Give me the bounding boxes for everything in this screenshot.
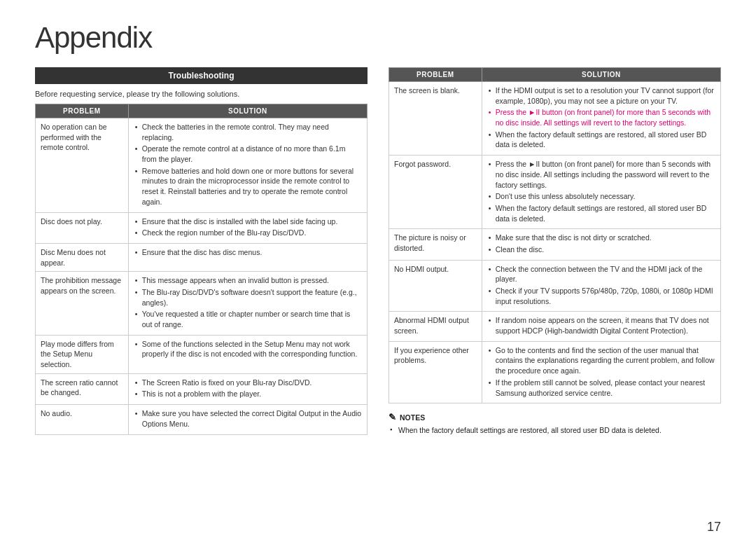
solution-cell: This message appears when an invalid but… bbox=[128, 272, 367, 335]
problem-cell: The picture is noisy or distorted. bbox=[389, 229, 482, 260]
problem-cell: No HDMI output. bbox=[389, 260, 482, 312]
solution-cell: The Screen Ratio is fixed on your Blu-ra… bbox=[128, 373, 367, 404]
problem-cell: Disc does not play. bbox=[36, 212, 129, 243]
problem-cell: If you experience other problems. bbox=[389, 341, 482, 403]
table-row: No audio.Make sure you have selected the… bbox=[36, 405, 368, 434]
list-item: Operate the remote control at a distance… bbox=[134, 144, 362, 164]
notes-section: ✎ NOTES When the factory default setting… bbox=[388, 412, 721, 436]
notes-icon: ✎ bbox=[388, 412, 396, 422]
list-item: If the problem still cannot be solved, p… bbox=[487, 378, 715, 398]
intro-text: Before requesting service, please try th… bbox=[35, 90, 368, 98]
problem-cell: Play mode differs from the Setup Menu se… bbox=[36, 335, 129, 373]
list-item: Ensure that the disc is installed with t… bbox=[134, 216, 362, 227]
list-item: Make sure you have selected the correct … bbox=[134, 408, 362, 429]
problem-cell: No audio. bbox=[36, 405, 129, 434]
problem-cell: Disc Menu does not appear. bbox=[36, 243, 129, 271]
list-item: When the factory default settings are re… bbox=[487, 203, 715, 223]
notes-title: ✎ NOTES bbox=[388, 412, 721, 422]
table-row: Forgot password.Press the ►II button (on… bbox=[389, 156, 721, 229]
table-row: The picture is noisy or distorted.Make s… bbox=[389, 229, 721, 260]
list-item: This is not a problem with the player. bbox=[134, 389, 362, 399]
left-problem-header: PROBLEM bbox=[36, 104, 129, 118]
list-item: This message appears when an invalid but… bbox=[134, 275, 362, 286]
solution-cell: Check the batteries in the remote contro… bbox=[128, 118, 367, 213]
table-row: The screen is blank.If the HDMI output i… bbox=[389, 82, 721, 156]
list-item: Clean the disc. bbox=[487, 244, 715, 255]
list-item: Press the ►II button (on front panel) fo… bbox=[487, 107, 715, 127]
table-row: If you experience other problems.Go to t… bbox=[389, 341, 721, 403]
list-item: Check the connection between the TV and … bbox=[487, 264, 715, 284]
right-table: PROBLEM SOLUTION The screen is blank.If … bbox=[388, 67, 721, 403]
notes-label: NOTES bbox=[400, 413, 425, 422]
list-item: Make sure that the disc is not dirty or … bbox=[487, 233, 715, 243]
list-item: The Screen Ratio is fixed on your Blu-ra… bbox=[134, 378, 362, 388]
solution-cell: Some of the functions selected in the Se… bbox=[128, 335, 367, 373]
list-item: Don't use this unless absolutely necessa… bbox=[487, 191, 715, 202]
list-item: When the factory default settings are re… bbox=[388, 425, 721, 436]
left-table: PROBLEM SOLUTION No operation can be per… bbox=[35, 104, 368, 435]
solution-cell: Ensure that the disc has disc menus. bbox=[128, 243, 367, 271]
solution-cell: Make sure that the disc is not dirty or … bbox=[482, 229, 720, 260]
problem-cell: Forgot password. bbox=[389, 156, 482, 229]
list-item: When the factory default settings are re… bbox=[487, 130, 715, 150]
problem-cell: The screen is blank. bbox=[389, 82, 482, 156]
problem-cell: Abnormal HDMI output screen. bbox=[389, 312, 482, 341]
left-solution-header: SOLUTION bbox=[128, 104, 367, 118]
solution-cell: If the HDMI output is set to a resolutio… bbox=[482, 82, 720, 156]
list-item: If the HDMI output is set to a resolutio… bbox=[487, 85, 715, 106]
table-row: The prohibition message appears on the s… bbox=[36, 272, 368, 335]
solution-cell: Go to the contents and find the section … bbox=[482, 341, 720, 403]
list-item: Check if your TV supports 576p/480p, 720… bbox=[487, 286, 715, 306]
solution-cell: Ensure that the disc is installed with t… bbox=[128, 212, 367, 243]
list-item: Ensure that the disc has disc menus. bbox=[134, 247, 362, 258]
list-item: Check the region number of the Blu-ray D… bbox=[134, 228, 362, 238]
table-row: Disc does not play.Ensure that the disc … bbox=[36, 212, 368, 243]
list-item: Check the batteries in the remote contro… bbox=[134, 122, 362, 142]
table-row: Abnormal HDMI output screen.If random no… bbox=[389, 312, 721, 341]
solution-cell: Check the connection between the TV and … bbox=[482, 260, 720, 312]
list-item: Press the ►II button (on front panel) fo… bbox=[487, 159, 715, 190]
page: Appendix Troubleshooting Before requesti… bbox=[0, 0, 756, 552]
right-column: PROBLEM SOLUTION The screen is blank.If … bbox=[388, 67, 721, 437]
table-row: No operation can be performed with the r… bbox=[36, 118, 368, 213]
list-item: Remove batteries and hold down one or mo… bbox=[134, 166, 362, 207]
list-item: Some of the functions selected in the Se… bbox=[134, 339, 362, 359]
page-number: 17 bbox=[707, 520, 721, 534]
problem-cell: The screen ratio cannot be changed. bbox=[36, 373, 129, 404]
notes-list: When the factory default settings are re… bbox=[388, 425, 721, 436]
table-row: The screen ratio cannot be changed.The S… bbox=[36, 373, 368, 404]
list-item: If random noise appears on the screen, i… bbox=[487, 315, 715, 336]
list-item: The Blu-ray Disc/DVD's software doesn't … bbox=[134, 287, 362, 308]
right-solution-header: SOLUTION bbox=[482, 68, 720, 82]
main-content: Troubleshooting Before requesting servic… bbox=[35, 67, 721, 437]
solution-cell: If random noise appears on the screen, i… bbox=[482, 312, 720, 341]
solution-cell: Press the ►II button (on front panel) fo… bbox=[482, 156, 720, 229]
section-heading: Troubleshooting bbox=[35, 67, 368, 84]
right-problem-header: PROBLEM bbox=[389, 68, 482, 82]
list-item: You've requested a title or chapter numb… bbox=[134, 309, 362, 329]
table-row: Play mode differs from the Setup Menu se… bbox=[36, 335, 368, 373]
page-title: Appendix bbox=[35, 21, 721, 55]
left-column: Troubleshooting Before requesting servic… bbox=[35, 67, 368, 437]
solution-cell: Make sure you have selected the correct … bbox=[128, 405, 367, 434]
problem-cell: The prohibition message appears on the s… bbox=[36, 272, 129, 335]
problem-cell: No operation can be performed with the r… bbox=[36, 118, 129, 213]
table-row: No HDMI output.Check the connection betw… bbox=[389, 260, 721, 312]
list-item: Go to the contents and find the section … bbox=[487, 345, 715, 376]
table-row: Disc Menu does not appear.Ensure that th… bbox=[36, 243, 368, 271]
